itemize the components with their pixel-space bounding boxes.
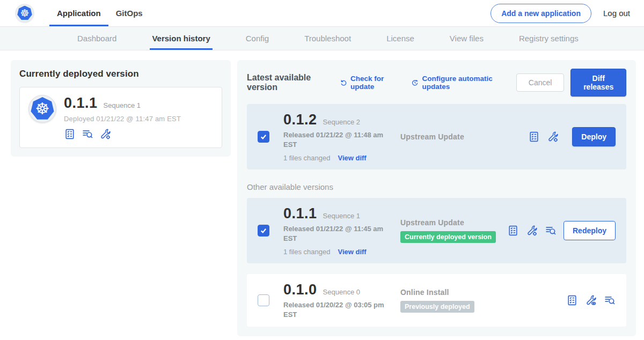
deployed-timestamp: Deployed 01/21/22 @ 11:47 am EST: [64, 115, 181, 123]
app-subnav: Dashboard Version history Config Trouble…: [0, 27, 644, 50]
version-row-0-1-2: 0.1.2 Sequence 2 Released 01/21/22 @ 11:…: [247, 104, 626, 169]
version-row-0-1-1: 0.1.1 Sequence 1 Released 01/21/22 @ 11:…: [247, 198, 626, 263]
primary-nav: Application GitOps: [49, 0, 150, 26]
sequence-label: Sequence 2: [323, 118, 360, 126]
kubernetes-heptagon-icon: ☸: [17, 6, 32, 21]
kubernetes-heptagon-icon: ☸: [31, 97, 54, 121]
released-timestamp: Released 01/20/22 @ 03:05 pm EST: [283, 300, 384, 319]
app-icon: ☸: [28, 95, 56, 123]
tab-application[interactable]: Application: [49, 0, 108, 26]
subtab-registry-settings[interactable]: Registry settings: [517, 27, 581, 50]
version-number: 0.1.0: [283, 282, 317, 298]
version-source: Upstream Update: [392, 132, 528, 141]
app-header: ☸ Application GitOps Add a new applicati…: [0, 0, 644, 27]
files-changed-label: 1 files changed: [283, 154, 330, 162]
edit-config-icon[interactable]: [547, 131, 559, 143]
diff-select-checkbox[interactable]: [258, 225, 269, 236]
subtab-config[interactable]: Config: [244, 27, 271, 50]
latest-available-title: Latest available version: [247, 73, 328, 92]
version-source: Upstream Update Currently deployed versi…: [392, 218, 507, 243]
version-info: 0.1.1 Sequence 1 Released 01/21/22 @ 11:…: [283, 205, 392, 256]
version-number: 0.1.1: [283, 205, 317, 222]
view-diff-link[interactable]: View diff: [338, 154, 366, 162]
latest-available-header: Latest available version Check for updat…: [247, 69, 626, 97]
redeploy-button[interactable]: Redeploy: [564, 221, 616, 240]
version-number: 0.1.2: [283, 112, 317, 128]
subtab-dashboard[interactable]: Dashboard: [75, 27, 119, 50]
source-label: Upstream Update: [400, 218, 507, 227]
logout-link[interactable]: Log out: [603, 9, 630, 18]
sequence-label: Sequence 1: [323, 212, 360, 220]
diff-select-checkbox[interactable]: [258, 131, 269, 143]
preflight-checklist-icon[interactable]: [528, 131, 540, 143]
refresh-icon: [340, 78, 347, 87]
deploy-logs-icon[interactable]: [545, 225, 557, 236]
version-info: 0.1.2 Sequence 2 Released 01/21/22 @ 11:…: [283, 112, 392, 162]
preflight-checklist-icon[interactable]: [566, 294, 578, 306]
check-for-update-link[interactable]: Check for update: [340, 75, 399, 91]
subtab-troubleshoot[interactable]: Troubleshoot: [302, 27, 353, 50]
sequence-label: Sequence 0: [323, 288, 360, 296]
previously-deployed-badge: Previously deployed: [400, 301, 474, 313]
edit-config-icon[interactable]: [526, 225, 538, 236]
version-source: Online Install Previously deployed: [392, 288, 566, 313]
currently-deployed-panel: Currently deployed version ☸ 0.1.1 Seque…: [11, 60, 231, 157]
version-actions: Deploy: [528, 127, 616, 146]
configure-automatic-updates-link[interactable]: Configure automatic updates: [411, 75, 505, 91]
update-schedule-icon: [411, 78, 419, 87]
view-config-icon[interactable]: [585, 294, 597, 306]
version-history-panel: Latest available version Check for updat…: [237, 60, 636, 336]
tab-gitops[interactable]: GitOps: [108, 0, 150, 26]
version-actions: [566, 294, 616, 306]
kubernetes-wheel-glyph: ☸: [20, 8, 29, 18]
configure-automatic-updates-label: Configure automatic updates: [422, 75, 506, 91]
kubernetes-logo: ☸: [15, 4, 34, 23]
diff-select-checkbox[interactable]: [258, 294, 269, 306]
edit-config-icon[interactable]: [99, 128, 111, 140]
released-timestamp: Released 01/21/22 @ 11:48 am EST: [283, 130, 384, 149]
check-icon: [260, 133, 267, 141]
add-application-button[interactable]: Add a new application: [491, 4, 591, 23]
subtab-license[interactable]: License: [384, 27, 416, 50]
deployed-version-details: 0.1.1 Sequence 1 Deployed 01/21/22 @ 11:…: [64, 95, 181, 140]
deploy-button[interactable]: Deploy: [572, 127, 616, 146]
deployed-version-card: ☸ 0.1.1 Sequence 1 Deployed 01/21/22 @ 1…: [19, 87, 222, 148]
check-icon: [260, 227, 267, 234]
subtab-version-history[interactable]: Version history: [150, 27, 212, 50]
main-content: Currently deployed version ☸ 0.1.1 Seque…: [0, 50, 644, 340]
check-for-update-label: Check for update: [350, 75, 399, 91]
cancel-button[interactable]: Cancel: [516, 73, 565, 92]
diff-releases-button[interactable]: Diff releases: [570, 69, 626, 97]
kubernetes-wheel-glyph: ☸: [35, 101, 50, 117]
deployed-actions: [64, 128, 181, 140]
released-timestamp: Released 01/21/22 @ 11:45 am EST: [283, 224, 384, 243]
deploy-logs-icon[interactable]: [604, 294, 616, 306]
version-info: 0.1.0 Sequence 0 Released 01/20/22 @ 03:…: [283, 282, 392, 319]
deploy-logs-icon[interactable]: [82, 128, 93, 140]
preflight-checklist-icon[interactable]: [507, 225, 519, 236]
preflight-checklist-icon[interactable]: [64, 128, 76, 140]
files-changed-label: 1 files changed: [283, 248, 330, 256]
deployed-version-number: 0.1.1: [64, 95, 98, 112]
other-available-versions-label: Other available versions: [247, 182, 626, 191]
currently-deployed-title: Currently deployed version: [19, 69, 222, 79]
subtab-view-files[interactable]: View files: [448, 27, 486, 50]
source-label: Upstream Update: [400, 132, 528, 141]
source-label: Online Install: [400, 288, 566, 297]
version-row-0-1-0: 0.1.0 Sequence 0 Released 01/20/22 @ 03:…: [247, 274, 626, 327]
view-diff-link[interactable]: View diff: [338, 248, 366, 256]
deployed-sequence-label: Sequence 1: [104, 101, 141, 109]
version-actions: Redeploy: [507, 221, 616, 240]
currently-deployed-badge: Currently deployed version: [400, 231, 496, 243]
